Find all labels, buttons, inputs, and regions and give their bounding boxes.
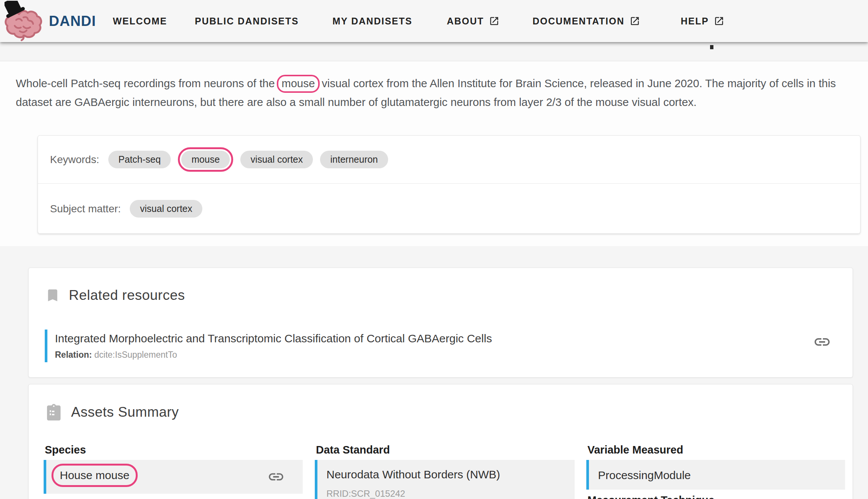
highlight-annotation-mouse: mouse: [277, 75, 320, 93]
species-value: House mouse: [60, 469, 129, 481]
subject-matter-label: Subject matter:: [50, 203, 121, 215]
resource-title: Integrated Morphoelectric and Transcript…: [55, 331, 797, 346]
app-bar: DANDI WELCOME PUBLIC DANDISETS MY DANDIS…: [0, 0, 868, 42]
related-resources-title: Related resources: [69, 287, 185, 303]
keywords-row: Keywords: Patch-seq mouse visual cortex …: [38, 136, 860, 183]
clipped-content-fragment: [710, 45, 713, 49]
dandiset-description: Whole-cell Patch-seq recordings from neu…: [16, 74, 861, 112]
related-resources-card: Related resources Integrated Morphoelect…: [28, 268, 853, 378]
nav-item-help[interactable]: HELP: [681, 0, 724, 42]
keyword-chip-mouse[interactable]: mouse: [181, 151, 230, 168]
nav-item-about[interactable]: ABOUT: [447, 0, 499, 42]
keywords-label: Keywords:: [50, 154, 99, 166]
species-link-icon[interactable]: [267, 468, 285, 485]
nav-item-my-dandisets[interactable]: MY DANDISETS: [332, 0, 412, 42]
column-header-variable-measured: Variable Measured: [587, 444, 683, 456]
highlight-annotation-house-mouse: House mouse: [52, 464, 138, 487]
dandi-brain-logo-icon[interactable]: [5, 1, 44, 41]
assets-summary-card: Assets Summary Species Data Standard Var…: [28, 384, 853, 499]
keyword-chip-patch-seq[interactable]: Patch-seq: [108, 151, 171, 168]
subject-matter-chip-visual-cortex[interactable]: visual cortex: [130, 200, 202, 218]
variable-measured-value: ProcessingModule: [598, 469, 691, 482]
column-header-species: Species: [45, 444, 86, 456]
related-resource-item: Integrated Morphoelectric and Transcript…: [45, 330, 797, 362]
content-divider: [0, 61, 868, 61]
related-resources-header: Related resources: [45, 287, 185, 303]
open-in-new-icon: [630, 16, 640, 26]
resource-link-icon[interactable]: [813, 333, 831, 351]
brand-title[interactable]: DANDI: [49, 0, 96, 42]
metadata-card: Keywords: Patch-seq mouse visual cortex …: [38, 135, 860, 234]
assets-summary-title: Assets Summary: [71, 404, 179, 420]
nav-item-documentation[interactable]: DOCUMENTATION: [533, 0, 640, 42]
under-appbar-strip: [0, 42, 868, 61]
relation-label: Relation:: [55, 350, 92, 360]
data-standard-rrid: RRID:SCR_015242: [326, 488, 405, 499]
assets-summary-header: Assets Summary: [45, 403, 179, 421]
subject-matter-row: Subject matter: visual cortex: [38, 184, 860, 234]
dandi-dandiset-page: DANDI WELCOME PUBLIC DANDISETS MY DANDIS…: [0, 0, 868, 499]
nav-item-public-dandisets[interactable]: PUBLIC DANDISETS: [195, 0, 299, 42]
species-value-box: House mouse: [44, 460, 303, 494]
data-standard-value-box: Neurodata Without Borders (NWB) RRID:SCR…: [315, 460, 575, 499]
bookmark-icon: [45, 287, 61, 303]
resource-relation: Relation: dcite:IsSupplementTo: [55, 350, 797, 360]
clipboard-list-icon: [45, 403, 63, 421]
column-header-data-standard: Data Standard: [316, 444, 390, 456]
open-in-new-icon: [489, 16, 499, 26]
column-header-measurement-technique: Measurement Technique: [587, 494, 715, 499]
data-standard-value: Neurodata Without Borders (NWB): [326, 468, 500, 481]
highlight-annotation-keyword-mouse: mouse: [178, 147, 233, 172]
description-text-before: Whole-cell Patch-seq recordings from neu…: [16, 77, 278, 89]
keyword-chip-visual-cortex[interactable]: visual cortex: [240, 151, 313, 168]
nav-item-welcome[interactable]: WELCOME: [113, 0, 167, 42]
open-in-new-icon: [714, 16, 724, 26]
variable-measured-value-box: ProcessingModule: [586, 460, 845, 490]
relation-value: dcite:IsSupplementTo: [94, 350, 177, 360]
keyword-chip-interneuron[interactable]: interneuron: [320, 151, 388, 168]
